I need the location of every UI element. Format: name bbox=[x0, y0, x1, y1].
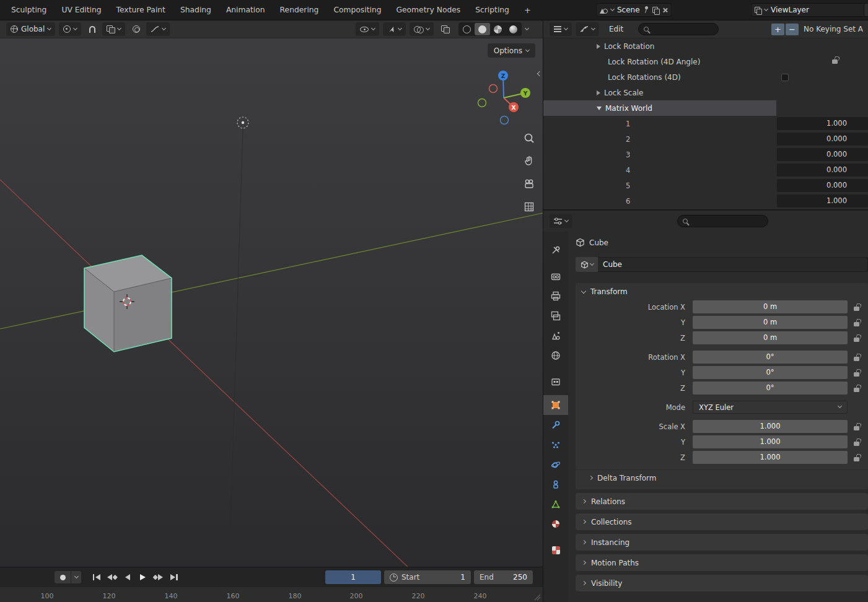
properties-tab-object[interactable] bbox=[543, 395, 568, 415]
properties-tab-texture[interactable] bbox=[543, 540, 568, 560]
channel-row[interactable]: Lock Rotation bbox=[543, 38, 868, 54]
relations-section[interactable]: Relations bbox=[576, 493, 868, 510]
xray-toggle-button[interactable] bbox=[437, 22, 452, 36]
channel-value-field[interactable]: 0.000 bbox=[777, 179, 868, 192]
edit-menu[interactable]: Edit bbox=[603, 25, 629, 33]
lock-toggle[interactable] bbox=[851, 353, 862, 361]
delta-transform-subpanel[interactable]: Delta Transform bbox=[576, 469, 868, 486]
editor-type-dropdown[interactable] bbox=[550, 22, 572, 36]
remove-keying-set-button[interactable]: − bbox=[786, 24, 799, 35]
channel-value-field[interactable]: 1.000 bbox=[777, 117, 868, 130]
properties-tab-output[interactable] bbox=[543, 286, 568, 306]
workspace-tab-uv-editing[interactable]: UV Editing bbox=[54, 0, 108, 20]
properties-tab-collection[interactable] bbox=[543, 372, 568, 391]
workspace-tab-shading[interactable]: Shading bbox=[173, 0, 219, 20]
gizmos-dropdown[interactable] bbox=[383, 22, 406, 36]
overlays-dropdown[interactable] bbox=[410, 22, 434, 36]
add-keying-set-button[interactable]: + bbox=[771, 24, 784, 35]
shading-wireframe-button[interactable] bbox=[459, 23, 475, 35]
transform-panel-header[interactable]: Transform bbox=[576, 283, 868, 300]
channel-row[interactable]: Lock Rotations (4D) bbox=[543, 69, 868, 85]
jump-to-start-button[interactable] bbox=[89, 571, 104, 583]
channel-search-input[interactable] bbox=[638, 23, 719, 35]
motion-paths-section[interactable]: Motion Paths bbox=[576, 554, 868, 571]
rotation-z-field[interactable]: 0° bbox=[693, 382, 848, 395]
workspace-tab-texture-paint[interactable]: Texture Paint bbox=[109, 0, 173, 20]
properties-tab-tool[interactable] bbox=[543, 240, 568, 260]
camera-view-icon[interactable] bbox=[524, 178, 535, 190]
current-frame-field[interactable]: 1 bbox=[325, 570, 381, 584]
channel-row[interactable]: Lock Rotation (4D Angle) bbox=[543, 54, 868, 69]
expander-right-icon[interactable] bbox=[597, 44, 600, 49]
snap-toggle-button[interactable] bbox=[85, 22, 100, 36]
show-object-types-dropdown[interactable] bbox=[356, 22, 379, 36]
breadcrumb-object[interactable]: Cube bbox=[589, 238, 608, 247]
properties-editor[interactable]: Cube Cube Transform Location X bbox=[543, 209, 868, 602]
shading-solid-button[interactable] bbox=[475, 23, 490, 35]
lock-toggle[interactable] bbox=[851, 318, 862, 326]
properties-tab-material[interactable] bbox=[543, 514, 568, 534]
workspace-tab-compositing[interactable]: Compositing bbox=[326, 0, 388, 20]
rotation-y-field[interactable]: 0° bbox=[693, 366, 848, 379]
location-z-field[interactable]: 0 m bbox=[693, 331, 848, 344]
workspace-tab-rendering[interactable]: Rendering bbox=[273, 0, 327, 20]
editor-type-dropdown[interactable] bbox=[550, 214, 572, 228]
timeline-editor[interactable]: 1 Start 1 End 250 100 120 140 160 180 20… bbox=[0, 567, 543, 602]
shading-material-button[interactable] bbox=[490, 23, 506, 35]
lock-icon[interactable] bbox=[832, 59, 838, 64]
viewport-3d[interactable]: Global bbox=[0, 20, 543, 567]
properties-tab-scene[interactable] bbox=[543, 326, 568, 346]
object-name-field[interactable]: Cube bbox=[598, 257, 868, 272]
scale-y-field[interactable]: 1.000 bbox=[693, 435, 848, 448]
snap-target-dropdown[interactable] bbox=[102, 22, 125, 36]
channel-row[interactable]: 1 1.000 bbox=[543, 116, 868, 131]
shading-dropdown[interactable] bbox=[522, 22, 532, 36]
channel-row[interactable]: Matrix World bbox=[543, 100, 868, 116]
channels-editor[interactable]: Edit + − No Keying Set A Lock Rotation L… bbox=[543, 20, 868, 209]
channel-checkbox[interactable] bbox=[781, 74, 789, 81]
expander-down-icon[interactable] bbox=[597, 107, 602, 110]
corner-resize-grip[interactable] bbox=[534, 594, 541, 601]
zoom-icon[interactable] bbox=[524, 133, 535, 144]
properties-tab-world[interactable] bbox=[543, 346, 568, 365]
lock-toggle[interactable] bbox=[851, 438, 862, 446]
expander-right-icon[interactable] bbox=[597, 90, 600, 95]
workspace-tab-animation[interactable]: Animation bbox=[219, 0, 273, 20]
lock-toggle[interactable] bbox=[851, 422, 862, 430]
lock-toggle[interactable] bbox=[851, 369, 862, 377]
scale-x-field[interactable]: 1.000 bbox=[693, 420, 848, 433]
frame-end-field[interactable]: End 250 bbox=[474, 570, 533, 584]
properties-tab-particles[interactable] bbox=[543, 435, 568, 455]
location-y-field[interactable]: 0 m bbox=[693, 316, 848, 329]
channel-row[interactable]: 5 0.000 bbox=[543, 178, 868, 193]
view-layer-name[interactable]: ViewLayer bbox=[771, 6, 809, 14]
pivot-point-dropdown[interactable] bbox=[59, 22, 81, 36]
properties-tab-constraints[interactable] bbox=[543, 474, 568, 494]
play-button[interactable] bbox=[135, 571, 151, 583]
unlink-scene-icon[interactable] bbox=[662, 7, 668, 13]
auto-keying-record-button[interactable] bbox=[55, 571, 71, 583]
previous-keyframe-button[interactable] bbox=[104, 571, 120, 583]
rotation-mode-dropdown[interactable]: XYZ Euler bbox=[693, 401, 848, 414]
channel-value-field[interactable]: 0.000 bbox=[777, 133, 868, 146]
navigation-gizmo[interactable]: Z Y X bbox=[477, 69, 532, 126]
auto-keying-dropdown[interactable] bbox=[71, 571, 81, 583]
transform-orientation-dropdown[interactable]: Global bbox=[6, 22, 55, 36]
channel-row[interactable]: 4 0.000 bbox=[543, 162, 868, 178]
workspace-tab-sculpting[interactable]: Sculpting bbox=[4, 0, 54, 20]
keying-set-label[interactable]: No Keying Set A bbox=[804, 25, 863, 33]
lock-toggle[interactable] bbox=[851, 453, 862, 461]
lock-toggle[interactable] bbox=[851, 334, 862, 342]
viewport-canvas[interactable]: Options Z Y X bbox=[0, 38, 543, 567]
properties-tab-view-layer[interactable] bbox=[543, 306, 568, 326]
proportional-falloff-dropdown[interactable] bbox=[146, 22, 170, 36]
properties-tab-modifiers[interactable] bbox=[543, 415, 568, 435]
scene-selector[interactable]: Scene bbox=[596, 3, 672, 17]
instancing-section[interactable]: Instancing bbox=[576, 534, 868, 551]
jump-to-end-button[interactable] bbox=[166, 571, 182, 583]
channel-value-field[interactable]: 0.000 bbox=[777, 164, 868, 177]
channel-row[interactable]: 6 1.000 bbox=[543, 193, 868, 209]
channel-row[interactable]: 2 0.000 bbox=[543, 131, 868, 147]
proportional-editing-toggle[interactable] bbox=[129, 22, 144, 36]
pan-hand-icon[interactable] bbox=[524, 155, 535, 167]
